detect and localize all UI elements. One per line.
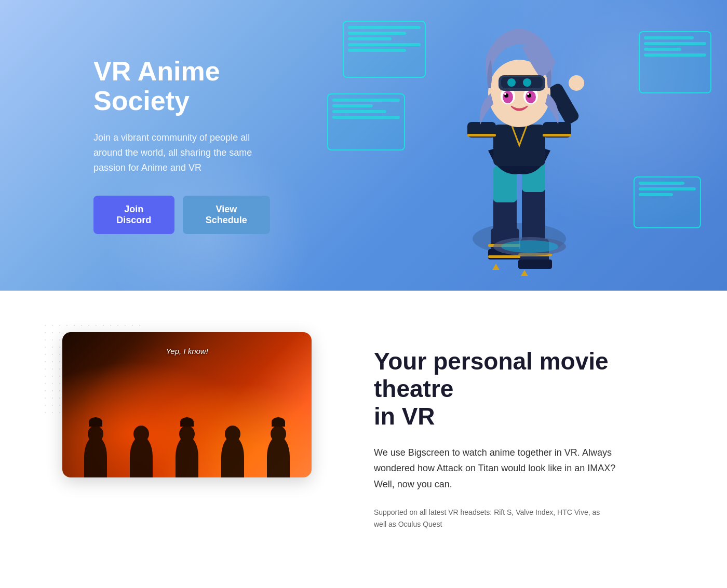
ui-panel-4 [634,176,701,228]
seat-figure-3 [176,436,198,477]
panel-line [639,182,684,185]
anime-character [426,21,613,291]
content-body-text: We use Bigscreen to watch anime together… [374,445,623,493]
ui-panel-1 [343,21,426,78]
svg-point-25 [526,91,536,103]
panel-line [332,99,400,102]
panel-line [332,104,373,107]
panel-line [348,49,406,52]
panel-line [348,37,392,40]
movie-inner: Yep, I know! [62,332,312,477]
svg-point-24 [503,91,513,103]
panel-line [644,53,706,57]
movie-screenshot: Yep, I know! [62,332,312,477]
svg-point-35 [501,240,558,253]
svg-point-33 [523,78,531,87]
seat-figure-2 [130,436,153,477]
hero-section: VR Anime Society Join a vibrant communit… [0,0,727,291]
panel-line [348,32,406,35]
content-heading: Your personal movie theatre in VR [374,348,685,430]
content-section: Yep, I know! Your personal movie theatre… [0,291,727,571]
panel-line [639,193,673,196]
content-right: Your personal movie theatre in VR We use… [374,322,685,530]
svg-point-32 [507,78,516,87]
join-discord-button[interactable]: Join Discord [93,196,174,234]
panel-line [644,42,706,45]
panel-line [644,36,694,39]
panel-line [348,26,421,29]
svg-point-18 [569,75,584,91]
panel-line [644,48,681,51]
panel-line [332,116,400,119]
movie-subtitle-text: Yep, I know! [166,347,208,355]
svg-rect-5 [488,255,522,258]
hero-title: VR Anime Society [93,57,270,116]
panel-line [639,187,696,190]
hero-left-panel: VR Anime Society Join a vibrant communit… [0,15,312,276]
svg-marker-36 [492,264,500,270]
content-heading-line1: Your personal movie theatre [374,348,609,402]
hero-buttons: Join Discord View Schedule [93,196,270,234]
theater-seats [62,426,312,477]
ui-panel-2 [639,31,711,93]
seat-figure-1 [84,436,107,477]
content-left: Yep, I know! [42,322,332,477]
panel-line [348,43,421,46]
content-footnote-text: Supported on all latest VR headsets: Rif… [374,507,602,530]
svg-rect-15 [467,134,496,136]
panel-line [332,110,386,113]
svg-point-28 [504,93,506,95]
svg-point-29 [527,93,529,95]
svg-rect-8 [518,259,552,269]
content-heading-line2: in VR [374,403,435,430]
seat-figure-5 [267,436,290,477]
svg-rect-16 [543,134,571,136]
hero-description: Join a vibrant community of people all a… [93,130,270,175]
svg-marker-37 [521,270,528,276]
hero-right-panel [312,0,727,291]
view-schedule-button[interactable]: View Schedule [183,196,270,234]
ui-panel-3 [327,93,405,151]
seat-figure-4 [221,436,244,477]
